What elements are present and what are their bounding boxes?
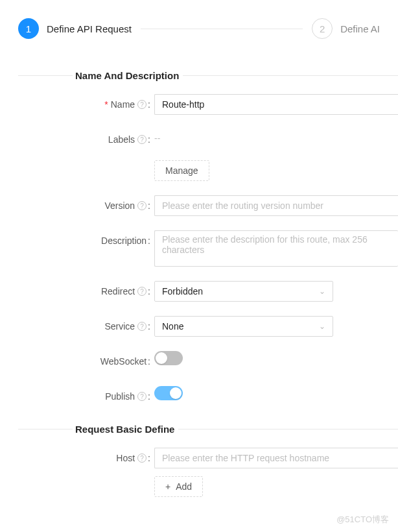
websocket-toggle[interactable] [154,351,183,365]
help-icon[interactable]: ? [137,392,146,401]
chevron-down-icon: ⌄ [319,322,325,331]
add-host-button[interactable]: + Add [154,476,203,497]
label-description: Description [101,236,146,246]
step-2-number: 2 [312,18,333,39]
help-icon[interactable]: ? [137,453,146,463]
publish-toggle[interactable] [154,386,183,400]
wizard-steps: 1 Define API Request 2 Define AI [0,0,398,39]
row-service: Service ? : None ⌄ [18,316,398,337]
manage-labels-label: Manage [165,165,198,176]
label-websocket: WebSocket [100,356,146,367]
label-host: Host [116,453,135,463]
name-input[interactable] [154,94,398,115]
step-1[interactable]: 1 Define API Request [18,18,132,39]
service-select[interactable]: None ⌄ [154,316,333,337]
toggle-knob [170,387,181,399]
step-1-number: 1 [18,18,39,39]
section-title-request-basic: Request Basic Define [73,424,178,435]
row-version: Version ? : [18,195,398,216]
host-input[interactable] [154,448,398,468]
required-marker: * [104,99,108,110]
step-1-title: Define API Request [47,23,132,34]
help-icon[interactable]: ? [137,135,146,144]
row-host: Host ? : [18,448,398,468]
plus-icon: + [165,481,170,492]
row-host-add: + Add [18,476,398,497]
section-name-description-header: Name And Description [18,70,398,81]
section-request-basic-header: Request Basic Define [18,424,398,435]
row-redirect: Redirect ? : Forbidden ⌄ [18,281,398,302]
row-name: * Name ? : [18,94,398,115]
colon: : [148,99,150,110]
label-service: Service [104,321,135,332]
description-input[interactable] [154,230,398,267]
row-labels-manage: Manage [18,160,398,181]
add-host-label: Add [176,481,192,492]
manage-labels-button[interactable]: Manage [154,160,209,181]
help-icon[interactable]: ? [137,201,146,210]
label-version: Version [104,200,135,211]
row-websocket: WebSocket : [18,351,398,372]
label-labels: Labels [108,134,135,145]
label-redirect: Redirect [101,286,135,296]
label-name: Name [111,99,135,110]
toggle-knob [156,352,167,364]
help-icon[interactable]: ? [137,287,146,296]
help-icon[interactable]: ? [137,322,146,331]
redirect-select[interactable]: Forbidden ⌄ [154,281,333,302]
chevron-down-icon: ⌄ [319,287,325,296]
row-description: Description : [18,230,398,267]
section-title-name-desc: Name And Description [73,70,183,81]
version-input[interactable] [154,195,398,216]
watermark: @51CTO博客 [336,514,389,526]
label-publish: Publish [105,391,135,402]
redirect-value: Forbidden [162,286,203,296]
row-labels: Labels ? : -- [18,129,398,150]
step-2[interactable]: 2 Define AI [312,18,380,39]
step-divider [141,29,303,29]
row-publish: Publish ? : [18,386,398,407]
service-value: None [162,321,183,332]
step-2-title: Define AI [340,23,380,34]
labels-empty: -- [154,129,160,143]
help-icon[interactable]: ? [137,100,146,109]
